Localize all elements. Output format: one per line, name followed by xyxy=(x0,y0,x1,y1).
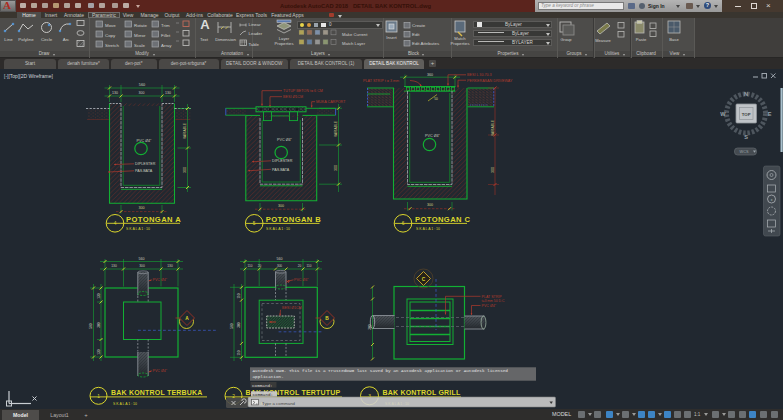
svg-text:VARIABLE: VARIABLE xyxy=(334,120,338,137)
svg-text:20: 20 xyxy=(298,264,302,268)
svg-text:2: 2 xyxy=(232,394,235,399)
svg-text:S: S xyxy=(744,134,748,140)
svg-text:300: 300 xyxy=(368,324,372,330)
svg-text:Command:: Command: xyxy=(253,392,274,397)
svg-text:300: 300 xyxy=(139,91,145,95)
svg-text:130: 130 xyxy=(112,91,118,95)
svg-text:BAK KONTROL TERBUKA: BAK KONTROL TERBUKA xyxy=(111,389,203,396)
svg-text:WCS: WCS xyxy=(740,150,749,154)
svg-text:DIPLESTER: DIPLESTER xyxy=(135,162,156,166)
svg-text:N: N xyxy=(744,91,748,97)
svg-text:Type a command: Type a command xyxy=(262,401,296,406)
svg-text:130: 130 xyxy=(167,264,173,268)
svg-text:PLAT STRIP t = 3 mm: PLAT STRIP t = 3 mm xyxy=(363,79,399,83)
svg-text:DIPLESTER: DIPLESTER xyxy=(272,159,293,163)
svg-text:300: 300 xyxy=(491,167,495,173)
svg-text:20: 20 xyxy=(258,264,262,268)
svg-text:130: 130 xyxy=(97,293,101,299)
svg-text:PAS.BATA: PAS.BATA xyxy=(272,168,290,172)
svg-text:1: 1 xyxy=(97,394,100,399)
svg-text:VARIABLE: VARIABLE xyxy=(491,119,495,136)
svg-text:PAS.BATA: PAS.BATA xyxy=(135,169,153,173)
svg-text:POTONGAN A: POTONGAN A xyxy=(126,215,181,224)
svg-text:VARIABLE: VARIABLE xyxy=(183,122,187,139)
svg-text:PVC Ø4": PVC Ø4" xyxy=(294,278,309,282)
svg-text:300: 300 xyxy=(97,322,101,328)
svg-text:300: 300 xyxy=(139,206,145,210)
svg-text:300: 300 xyxy=(237,322,241,328)
svg-text:4: 4 xyxy=(114,221,117,226)
svg-text:560: 560 xyxy=(230,323,234,329)
svg-text:PVC Ø4": PVC Ø4" xyxy=(137,139,153,143)
svg-text:300: 300 xyxy=(427,203,433,207)
svg-text:Autodesk DWG. This file is a: Autodesk DWG. This file is a TrustedDWG … xyxy=(253,368,509,373)
svg-text:MUKA CARPORT: MUKA CARPORT xyxy=(316,100,346,104)
svg-text:360: 360 xyxy=(427,73,433,77)
svg-text:W: W xyxy=(720,111,726,117)
svg-text:S K A L A 1 : 10: S K A L A 1 : 10 xyxy=(416,227,440,231)
svg-text:B: B xyxy=(325,316,329,321)
svg-text:560: 560 xyxy=(139,257,145,261)
svg-text:application.: application. xyxy=(253,374,284,379)
svg-text:E: E xyxy=(768,111,772,117)
svg-text:S K A L A 1 : 10: S K A L A 1 : 10 xyxy=(126,227,150,231)
svg-text:300: 300 xyxy=(183,167,187,173)
svg-text:PVC Ø4": PVC Ø4" xyxy=(277,138,293,142)
svg-text:BESI Ø1CM: BESI Ø1CM xyxy=(282,306,302,310)
svg-text:Command:: Command: xyxy=(252,383,273,388)
svg-text:6: 6 xyxy=(402,221,405,226)
svg-text:110: 110 xyxy=(237,350,241,355)
svg-text:S K A L A 1 : 10: S K A L A 1 : 10 xyxy=(266,227,290,231)
svg-text:t=3 mm 50 D.C: t=3 mm 50 D.C xyxy=(482,299,505,303)
svg-text:PVC Ø4": PVC Ø4" xyxy=(425,134,441,138)
svg-text:50: 50 xyxy=(434,97,438,101)
svg-text:110: 110 xyxy=(248,264,253,268)
svg-text:300: 300 xyxy=(278,204,284,208)
svg-text:BESI L 30.70.3: BESI L 30.70.3 xyxy=(467,73,492,77)
svg-text:C: C xyxy=(422,277,426,282)
svg-text:POTONGAN C: POTONGAN C xyxy=(415,215,470,224)
svg-text:PVC Ø4": PVC Ø4" xyxy=(153,369,168,373)
svg-text:[-][Top][2D Wireframe]: [-][Top][2D Wireframe] xyxy=(4,73,54,79)
svg-text:TOP: TOP xyxy=(742,112,751,117)
svg-text:POTONGAN B: POTONGAN B xyxy=(266,215,321,224)
svg-text:TUTUP BETON t= 6 CM: TUTUP BETON t= 6 CM xyxy=(283,89,323,93)
svg-text:130: 130 xyxy=(165,91,171,95)
svg-text:BAK KONTROL GRILL: BAK KONTROL GRILL xyxy=(383,389,461,396)
svg-text:5: 5 xyxy=(253,221,256,226)
svg-text:130: 130 xyxy=(111,264,117,268)
svg-text:BESI Ø1CM: BESI Ø1CM xyxy=(283,95,303,99)
svg-text:110: 110 xyxy=(237,293,241,298)
svg-text:PVC Ø4": PVC Ø4" xyxy=(482,304,497,308)
svg-text:560: 560 xyxy=(139,83,145,87)
svg-text:A: A xyxy=(185,316,189,321)
svg-text:300: 300 xyxy=(334,165,338,171)
svg-text:PERKERASAN DRIVEWAY: PERKERASAN DRIVEWAY xyxy=(467,79,513,83)
svg-text:110: 110 xyxy=(307,264,312,268)
svg-text:560: 560 xyxy=(277,257,283,261)
svg-text:S K A L A 1 : 10: S K A L A 1 : 10 xyxy=(113,402,137,406)
svg-text:560: 560 xyxy=(89,323,93,329)
svg-text:300: 300 xyxy=(277,264,282,268)
svg-text:130: 130 xyxy=(97,349,101,355)
svg-text:300: 300 xyxy=(139,264,145,268)
svg-text:PLAT STRIP: PLAT STRIP xyxy=(482,295,503,299)
svg-text:PVC Ø4": PVC Ø4" xyxy=(153,278,168,282)
